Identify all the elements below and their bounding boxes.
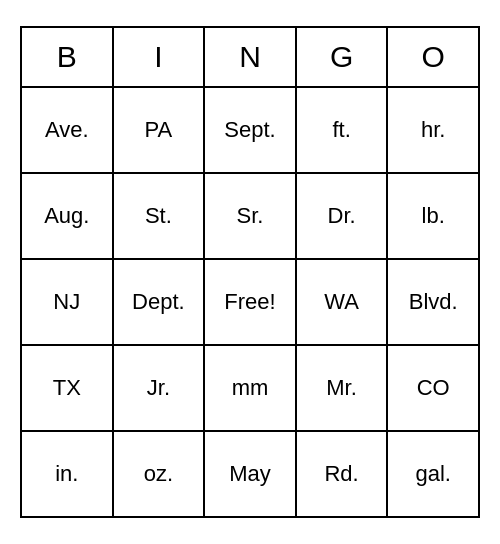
cell-1-3: Sept.	[205, 88, 297, 172]
cell-2-4: Dr.	[297, 174, 389, 258]
bingo-row-4: TX Jr. mm Mr. CO	[22, 346, 478, 432]
cell-5-5: gal.	[388, 432, 478, 516]
header-o: O	[388, 28, 478, 88]
cell-2-3: Sr.	[205, 174, 297, 258]
header-i: I	[114, 28, 206, 88]
bingo-row-5: in. oz. May Rd. gal.	[22, 432, 478, 516]
bingo-row-2: Aug. St. Sr. Dr. lb.	[22, 174, 478, 260]
cell-3-5: Blvd.	[388, 260, 478, 344]
bingo-row-3: NJ Dept. Free! WA Blvd.	[22, 260, 478, 346]
cell-4-5: CO	[388, 346, 478, 430]
cell-3-4: WA	[297, 260, 389, 344]
cell-3-2: Dept.	[114, 260, 206, 344]
cell-5-2: oz.	[114, 432, 206, 516]
bingo-row-1: Ave. PA Sept. ft. hr.	[22, 88, 478, 174]
cell-2-1: Aug.	[22, 174, 114, 258]
cell-4-1: TX	[22, 346, 114, 430]
bingo-card: B I N G O Ave. PA Sept. ft. hr. Aug. St.…	[20, 26, 480, 518]
cell-1-5: hr.	[388, 88, 478, 172]
header-b: B	[22, 28, 114, 88]
cell-4-2: Jr.	[114, 346, 206, 430]
cell-2-2: St.	[114, 174, 206, 258]
cell-4-3: mm	[205, 346, 297, 430]
cell-1-2: PA	[114, 88, 206, 172]
cell-3-3: Free!	[205, 260, 297, 344]
cell-3-1: NJ	[22, 260, 114, 344]
header-g: G	[297, 28, 389, 88]
cell-1-4: ft.	[297, 88, 389, 172]
header-n: N	[205, 28, 297, 88]
cell-1-1: Ave.	[22, 88, 114, 172]
cell-5-1: in.	[22, 432, 114, 516]
cell-5-4: Rd.	[297, 432, 389, 516]
cell-5-3: May	[205, 432, 297, 516]
cell-2-5: lb.	[388, 174, 478, 258]
bingo-header-row: B I N G O	[22, 28, 478, 88]
cell-4-4: Mr.	[297, 346, 389, 430]
